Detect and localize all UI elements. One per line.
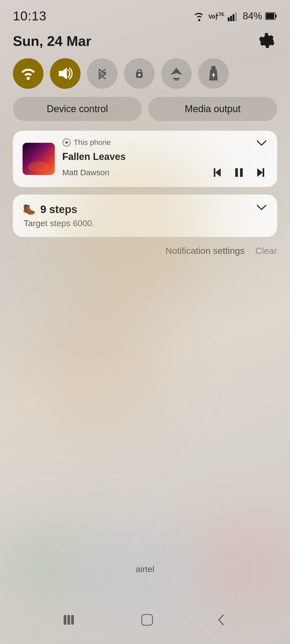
status-icons: Vo) LTE2 84% <box>193 10 277 22</box>
svg-point-21 <box>28 162 49 172</box>
svg-point-13 <box>138 74 140 76</box>
action-row: Device control Media output <box>0 97 290 131</box>
svg-rect-30 <box>64 615 66 625</box>
pause-button[interactable] <box>232 166 246 180</box>
signal-icon <box>228 11 240 21</box>
quick-toggles <box>0 58 290 97</box>
battery-icon <box>265 11 277 21</box>
status-bar: 10:13 Vo) LTE2 84% <box>0 0 290 28</box>
airplane-icon <box>168 65 184 82</box>
svg-rect-14 <box>173 78 180 79</box>
svg-point-9 <box>27 77 30 80</box>
play-circle-icon <box>62 138 71 147</box>
notification-actions: Notification settings Clear <box>0 244 290 265</box>
media-output-button[interactable]: Media output <box>148 97 277 121</box>
svg-rect-15 <box>174 79 179 80</box>
nav-bar <box>0 612 290 628</box>
svg-rect-5 <box>235 13 237 21</box>
gear-icon <box>258 32 275 50</box>
prev-button[interactable] <box>211 166 224 180</box>
next-button[interactable] <box>253 166 267 180</box>
recent-apps-icon <box>63 613 79 627</box>
svg-marker-24 <box>215 168 221 177</box>
media-title: Fallen Leaves <box>62 151 267 162</box>
home-icon <box>139 612 155 628</box>
svg-rect-33 <box>142 614 153 625</box>
wifi-toggle[interactable] <box>13 58 44 89</box>
steps-content: 🥾 9 steps Target steps 6000. <box>23 203 94 228</box>
media-source: This phone <box>62 138 111 147</box>
battery-percent: 84% <box>243 10 262 22</box>
pause-icon <box>232 166 246 180</box>
carrier-text: airtel <box>0 564 290 574</box>
back-icon <box>216 612 227 628</box>
svg-marker-10 <box>59 68 67 79</box>
device-control-button[interactable]: Device control <box>13 97 142 121</box>
volte-icon: Vo) LTE2 <box>208 11 224 21</box>
lock-rotation-toggle[interactable] <box>124 58 155 89</box>
svg-rect-3 <box>230 16 232 21</box>
svg-rect-27 <box>240 168 243 177</box>
date-row: Sun, 24 Mar <box>0 28 290 58</box>
svg-text:Vo): Vo) <box>208 13 218 20</box>
media-controls <box>211 166 267 180</box>
media-card: This phone Fallen Leaves Matt Dawson <box>13 131 277 187</box>
steps-count: 9 steps <box>40 203 77 215</box>
skip-next-icon <box>253 166 267 180</box>
chevron-down-icon <box>256 203 267 212</box>
flashlight-toggle[interactable] <box>198 58 229 89</box>
svg-rect-26 <box>235 168 238 177</box>
svg-rect-16 <box>211 66 216 69</box>
svg-marker-23 <box>66 141 69 144</box>
date-text: Sun, 24 Mar <box>13 33 91 49</box>
svg-rect-31 <box>67 615 70 625</box>
airplane-toggle[interactable] <box>161 58 192 89</box>
status-time: 10:13 <box>13 9 46 23</box>
wifi-status-icon <box>193 11 205 21</box>
wifi-icon <box>20 67 36 80</box>
media-thumbnail <box>23 143 55 175</box>
media-artist: Matt Dawson <box>62 168 109 177</box>
sound-icon <box>57 66 74 81</box>
steps-target: Target steps 6000. <box>23 218 94 228</box>
svg-rect-29 <box>263 168 264 177</box>
steps-chevron-button[interactable] <box>256 203 267 213</box>
clear-notifications-button[interactable]: Clear <box>255 246 277 256</box>
steps-icon: 🥾 <box>23 203 36 216</box>
flashlight-icon <box>208 65 219 82</box>
home-button[interactable] <box>139 612 155 628</box>
svg-marker-28 <box>257 168 263 177</box>
svg-rect-2 <box>228 17 230 21</box>
chevron-down-icon <box>256 139 267 147</box>
svg-text:LTE2: LTE2 <box>216 12 224 17</box>
svg-rect-32 <box>71 615 74 625</box>
steps-title-row: 🥾 9 steps <box>23 203 94 216</box>
skip-prev-icon <box>211 166 224 180</box>
sound-toggle[interactable] <box>50 58 81 89</box>
media-chevron-button[interactable] <box>256 139 267 148</box>
notification-settings-button[interactable]: Notification settings <box>165 246 245 256</box>
svg-rect-4 <box>233 14 234 21</box>
recent-apps-button[interactable] <box>63 613 79 627</box>
svg-rect-8 <box>266 13 274 19</box>
settings-button[interactable] <box>256 30 277 52</box>
back-button[interactable] <box>216 612 227 628</box>
bluetooth-icon <box>96 65 108 82</box>
svg-rect-12 <box>137 70 142 73</box>
lock-rotation-icon <box>132 65 147 82</box>
bluetooth-toggle[interactable] <box>87 58 118 89</box>
svg-rect-7 <box>275 14 277 18</box>
steps-card: 🥾 9 steps Target steps 6000. <box>13 195 277 237</box>
svg-rect-25 <box>214 168 215 177</box>
